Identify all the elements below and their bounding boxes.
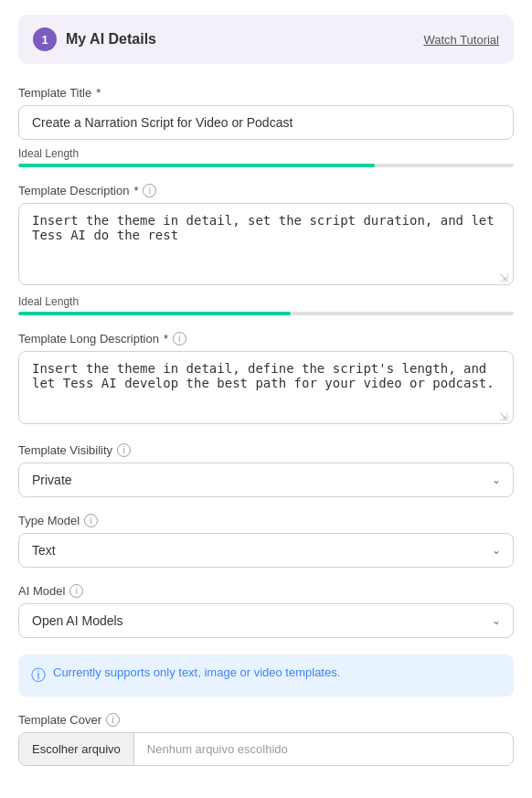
- template-long-description-group: Template Long Description * i Insert the…: [18, 332, 514, 427]
- template-long-description-label: Template Long Description * i: [18, 332, 514, 346]
- file-name-label: Nenhum arquivo escolhido: [134, 733, 513, 765]
- template-title-label: Template Title *: [18, 86, 514, 100]
- ideal-length-fill-title: [18, 164, 375, 167]
- template-visibility-group: Template Visibility i Private Public ⌄: [18, 443, 514, 497]
- ai-model-select-wrapper: Open AI Models Anthropic Models Google M…: [18, 603, 514, 638]
- ideal-length-description: Ideal Length: [18, 295, 514, 315]
- ai-model-label: AI Model i: [18, 584, 514, 598]
- ai-model-info-icon[interactable]: i: [69, 584, 83, 598]
- template-long-description-textarea-wrapper: Insert the theme in detail, define the s…: [18, 351, 514, 427]
- choose-file-button[interactable]: Escolher arquivo: [19, 733, 134, 765]
- template-visibility-select-wrapper: Private Public ⌄: [18, 463, 514, 497]
- info-circle-icon: ⓘ: [31, 666, 46, 686]
- ai-model-group: AI Model i Open AI Models Anthropic Mode…: [18, 584, 514, 638]
- type-model-select-wrapper: Text Image Video ⌄: [18, 533, 514, 568]
- ai-model-select[interactable]: Open AI Models Anthropic Models Google M…: [18, 603, 514, 638]
- ideal-length-bar-title: [18, 164, 514, 167]
- template-title-input[interactable]: [18, 105, 514, 140]
- file-input-wrapper: Escolher arquivo Nenhum arquivo escolhid…: [18, 732, 514, 766]
- type-model-label: Type Model i: [18, 514, 514, 527]
- ideal-length-bar-description: [18, 312, 514, 315]
- template-visibility-label: Template Visibility i: [18, 443, 514, 457]
- section-title: My AI Details: [66, 31, 156, 48]
- template-long-description-info-icon[interactable]: i: [173, 332, 186, 346]
- template-visibility-info-icon[interactable]: i: [117, 443, 131, 457]
- type-model-select[interactable]: Text Image Video: [18, 533, 514, 568]
- step-circle: 1: [33, 27, 57, 51]
- template-cover-label: Template Cover i: [18, 713, 514, 727]
- ideal-length-fill-description: [18, 312, 291, 315]
- template-description-textarea-wrapper: Insert the theme in detail, set the scri…: [18, 203, 514, 288]
- template-description-label: Template Description * i: [18, 184, 514, 197]
- watch-tutorial-link[interactable]: Watch Tutorial: [423, 33, 499, 47]
- template-title-group: Template Title * Ideal Length: [18, 86, 514, 167]
- template-description-group: Template Description * i Insert the them…: [18, 184, 514, 315]
- ideal-length-title: Ideal Length: [18, 147, 514, 167]
- template-visibility-select[interactable]: Private Public: [18, 463, 514, 497]
- template-cover-info-icon[interactable]: i: [106, 713, 120, 727]
- template-long-description-input[interactable]: Insert the theme in detail, define the s…: [18, 351, 514, 424]
- type-model-group: Type Model i Text Image Video ⌄: [18, 514, 514, 568]
- type-model-info-icon[interactable]: i: [84, 514, 98, 527]
- template-description-input[interactable]: Insert the theme in detail, set the scri…: [18, 203, 514, 285]
- section-header-left: 1 My AI Details: [33, 27, 156, 51]
- template-cover-group: Template Cover i Escolher arquivo Nenhum…: [18, 713, 514, 766]
- info-notice-box: ⓘ Currently supports only text, image or…: [18, 654, 514, 697]
- template-description-info-icon[interactable]: i: [143, 184, 156, 197]
- section-header: 1 My AI Details Watch Tutorial: [18, 15, 514, 64]
- info-notice-text: Currently supports only text, image or v…: [53, 665, 340, 679]
